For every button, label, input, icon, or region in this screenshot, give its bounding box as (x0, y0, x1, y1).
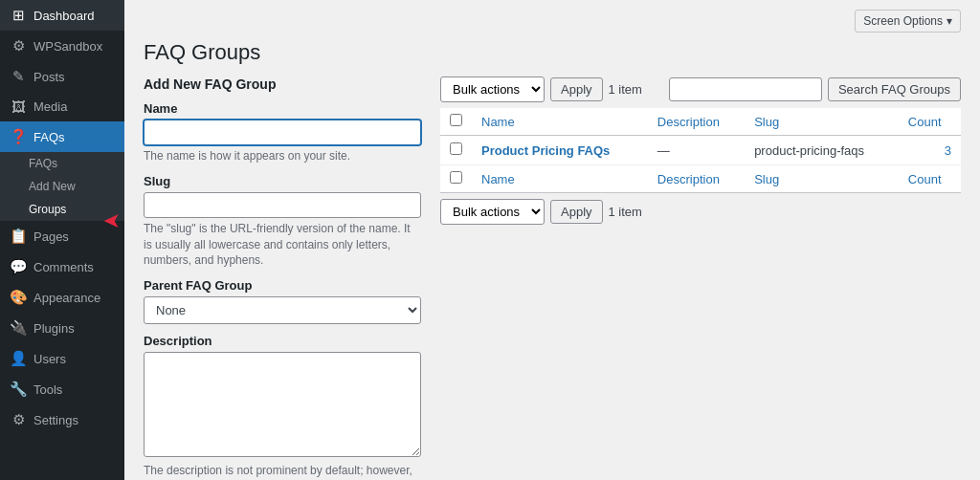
search-button[interactable]: Search FAQ Groups (828, 77, 961, 101)
top-toolbar-right: Search FAQ Groups (669, 77, 961, 101)
th-slug[interactable]: Slug (745, 108, 899, 136)
slug-label: Slug (144, 174, 421, 188)
content-area: Add New FAQ Group Name The name is how i… (144, 76, 961, 480)
sidebar-item-plugins[interactable]: 🔌 Plugins (0, 313, 124, 343)
table-footer-row: Name Description Slug Count (440, 165, 961, 193)
bulk-actions-bottom-select[interactable]: Bulk actions (440, 199, 545, 225)
row-checkbox[interactable] (450, 142, 462, 155)
sidebar-item-media[interactable]: 🖼 Media (0, 92, 124, 121)
bulk-actions-top-select[interactable]: Bulk actions (440, 76, 545, 102)
parent-field-group: Parent FAQ Group None (144, 278, 421, 324)
slug-hint: The "slug" is the URL-friendly version o… (144, 221, 421, 269)
top-bar: Screen Options ▾ (144, 10, 961, 33)
wpsandbox-icon: ⚙ (10, 37, 27, 55)
slug-input[interactable] (144, 192, 421, 218)
apply-bottom-button[interactable]: Apply (550, 200, 603, 224)
name-label: Name (144, 101, 421, 116)
description-label: Description (144, 334, 421, 348)
comments-icon: 💬 (10, 258, 27, 275)
settings-icon: ⚙ (10, 411, 27, 428)
table-body: Product Pricing FAQs — product-pricing-f… (440, 136, 961, 165)
tools-icon: 🔧 (10, 381, 27, 398)
description-hint: The description is not prominent by defa… (144, 463, 421, 480)
sidebar-item-posts[interactable]: ✎ Posts (0, 61, 124, 92)
description-textarea[interactable] (144, 352, 421, 457)
parent-select[interactable]: None (144, 296, 421, 324)
sidebar-item-faqs[interactable]: ❓ FAQs (0, 121, 124, 152)
dashboard-icon: ⊞ (10, 7, 27, 24)
table-header-row: Name Description Slug Count (440, 108, 961, 136)
sidebar-item-groups[interactable]: Groups (0, 198, 124, 221)
apply-top-button[interactable]: Apply (550, 77, 603, 101)
plugins-icon: 🔌 (10, 319, 27, 337)
top-toolbar-left: Bulk actions Apply 1 item (440, 76, 642, 102)
sidebar-item-settings[interactable]: ⚙ Settings (0, 404, 124, 435)
description-field-group: Description The description is not promi… (144, 334, 421, 480)
name-input[interactable] (144, 120, 421, 145)
page-title: FAQ Groups (144, 40, 961, 65)
row-checkbox-cell (440, 136, 472, 165)
pages-icon: 📋 (10, 228, 27, 245)
main-content: Screen Options ▾ FAQ Groups Add New FAQ … (124, 0, 980, 480)
bottom-toolbar: Bulk actions Apply 1 item (440, 199, 961, 225)
tfoot-description[interactable]: Description (648, 165, 745, 193)
table-area: Bulk actions Apply 1 item Search FAQ Gro… (440, 76, 961, 480)
chevron-down-icon: ▾ (947, 14, 952, 28)
name-hint: The name is how it appears on your site. (144, 148, 421, 164)
posts-icon: ✎ (10, 68, 27, 85)
th-name[interactable]: Name (472, 108, 648, 136)
sidebar-item-comments[interactable]: 💬 Comments (0, 251, 124, 282)
faq-table: Name Description Slug Count Product Pric… (440, 108, 961, 193)
select-all-checkbox[interactable] (450, 114, 462, 126)
sidebar-item-pages[interactable]: 📋 Pages (0, 221, 124, 251)
sidebar-item-dashboard[interactable]: ⊞ Dashboard (0, 0, 124, 31)
th-description[interactable]: Description (648, 108, 745, 136)
users-icon: 👤 (10, 350, 27, 367)
item-count-bottom: 1 item (609, 205, 642, 219)
sidebar-item-appearance[interactable]: 🎨 Appearance (0, 282, 124, 313)
select-all-footer-checkbox[interactable] (450, 171, 462, 184)
faqs-icon: ❓ (10, 128, 27, 145)
row-slug-cell: product-pricing-faqs (745, 136, 899, 165)
row-name-cell: Product Pricing FAQs (472, 136, 648, 165)
name-field-group: Name The name is how it appears on your … (144, 101, 421, 164)
row-description-cell: — (648, 136, 745, 165)
screen-options-button[interactable]: Screen Options ▾ (855, 10, 961, 33)
sidebar-item-add-new[interactable]: Add New (0, 175, 124, 198)
sidebar-item-users[interactable]: 👤 Users (0, 343, 124, 374)
parent-label: Parent FAQ Group (144, 278, 421, 293)
table-row: Product Pricing FAQs — product-pricing-f… (440, 136, 961, 165)
form-heading: Add New FAQ Group (144, 76, 421, 92)
row-name[interactable]: Product Pricing FAQs (481, 143, 610, 158)
faq-submenu: FAQs Add New Groups (0, 152, 124, 221)
row-count-cell[interactable]: 3 (899, 136, 961, 165)
sidebar-item-tools[interactable]: 🔧 Tools (0, 374, 124, 404)
tfoot-count[interactable]: Count (899, 165, 961, 193)
media-icon: 🖼 (10, 98, 27, 115)
sidebar-item-wpsandbox[interactable]: ⚙ WPSandbox (0, 31, 124, 61)
sidebar: ⊞ Dashboard ⚙ WPSandbox ✎ Posts 🖼 Media … (0, 0, 124, 480)
tfoot-slug[interactable]: Slug (745, 165, 899, 193)
item-count-top: 1 item (609, 82, 642, 97)
slug-field-group: Slug The "slug" is the URL-friendly vers… (144, 174, 421, 269)
bottom-toolbar-left: Bulk actions Apply 1 item (440, 199, 642, 225)
search-input[interactable] (669, 77, 822, 101)
tfoot-name[interactable]: Name (472, 165, 648, 193)
appearance-icon: 🎨 (10, 289, 27, 306)
add-new-form: Add New FAQ Group Name The name is how i… (144, 76, 421, 480)
th-count[interactable]: Count (899, 108, 961, 136)
th-checkbox (440, 108, 472, 136)
top-toolbar: Bulk actions Apply 1 item Search FAQ Gro… (440, 76, 961, 102)
tfoot-checkbox (440, 165, 472, 193)
sidebar-item-faqs-list[interactable]: FAQs (0, 152, 124, 175)
